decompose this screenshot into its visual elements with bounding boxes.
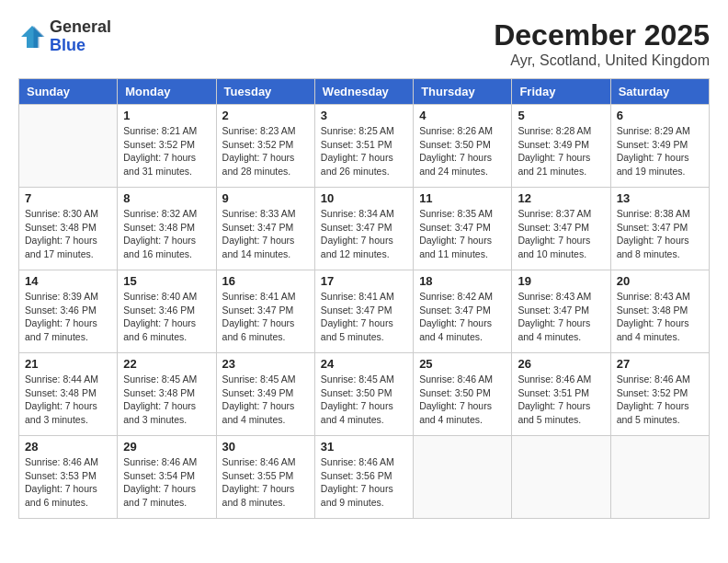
day-info: Sunrise: 8:35 AMSunset: 3:47 PMDaylight:…	[419, 207, 506, 261]
calendar-cell: 7Sunrise: 8:30 AMSunset: 3:48 PMDaylight…	[19, 188, 118, 270]
day-number: 14	[25, 274, 111, 288]
calendar-header-row: SundayMondayTuesdayWednesdayThursdayFrid…	[19, 79, 710, 105]
calendar-week-row: 1Sunrise: 8:21 AMSunset: 3:52 PMDaylight…	[19, 105, 710, 188]
calendar-cell: 25Sunrise: 8:46 AMSunset: 3:50 PMDayligh…	[414, 353, 512, 436]
calendar-header-saturday: Saturday	[610, 79, 709, 105]
day-number: 9	[222, 191, 309, 205]
day-number: 17	[321, 274, 407, 288]
calendar-cell	[414, 436, 512, 519]
day-info: Sunrise: 8:32 AMSunset: 3:48 PMDaylight:…	[123, 207, 210, 261]
day-info: Sunrise: 8:25 AMSunset: 3:51 PMDaylight:…	[321, 124, 407, 178]
calendar-cell	[512, 436, 610, 519]
calendar-cell: 15Sunrise: 8:40 AMSunset: 3:46 PMDayligh…	[118, 270, 216, 353]
calendar-cell: 21Sunrise: 8:44 AMSunset: 3:48 PMDayligh…	[19, 353, 118, 436]
day-info: Sunrise: 8:46 AMSunset: 3:50 PMDaylight:…	[419, 373, 506, 427]
day-number: 15	[123, 274, 210, 288]
day-number: 3	[321, 109, 407, 122]
day-number: 10	[321, 191, 407, 205]
calendar-cell: 10Sunrise: 8:34 AMSunset: 3:47 PMDayligh…	[314, 188, 413, 270]
calendar-cell: 4Sunrise: 8:26 AMSunset: 3:50 PMDaylight…	[414, 105, 512, 188]
day-info: Sunrise: 8:23 AMSunset: 3:52 PMDaylight:…	[222, 124, 309, 178]
day-info: Sunrise: 8:28 AMSunset: 3:49 PMDaylight:…	[518, 124, 604, 178]
calendar-cell: 23Sunrise: 8:45 AMSunset: 3:49 PMDayligh…	[216, 353, 314, 436]
day-number: 11	[419, 191, 506, 205]
day-number: 12	[518, 191, 604, 205]
page-header: General Blue December 2025 Ayr, Scotland…	[18, 18, 710, 69]
logo: General Blue	[18, 18, 111, 55]
calendar-cell: 1Sunrise: 8:21 AMSunset: 3:52 PMDaylight…	[118, 105, 216, 188]
day-number: 4	[419, 109, 506, 122]
day-info: Sunrise: 8:40 AMSunset: 3:46 PMDaylight:…	[123, 290, 210, 344]
calendar-cell: 3Sunrise: 8:25 AMSunset: 3:51 PMDaylight…	[314, 105, 413, 188]
day-number: 6	[617, 109, 703, 122]
month-title: December 2025	[494, 18, 710, 52]
day-info: Sunrise: 8:46 AMSunset: 3:56 PMDaylight:…	[321, 455, 407, 510]
day-info: Sunrise: 8:46 AMSunset: 3:51 PMDaylight:…	[518, 373, 604, 427]
day-number: 20	[617, 274, 703, 288]
day-number: 2	[222, 109, 309, 122]
calendar-cell: 2Sunrise: 8:23 AMSunset: 3:52 PMDaylight…	[216, 105, 314, 188]
day-number: 24	[321, 357, 407, 371]
calendar-cell: 12Sunrise: 8:37 AMSunset: 3:47 PMDayligh…	[512, 188, 610, 270]
day-info: Sunrise: 8:43 AMSunset: 3:48 PMDaylight:…	[617, 290, 703, 344]
calendar-cell: 19Sunrise: 8:43 AMSunset: 3:47 PMDayligh…	[512, 270, 610, 353]
day-info: Sunrise: 8:46 AMSunset: 3:53 PMDaylight:…	[25, 455, 111, 510]
day-number: 16	[222, 274, 309, 288]
day-number: 19	[518, 274, 604, 288]
day-info: Sunrise: 8:37 AMSunset: 3:47 PMDaylight:…	[518, 207, 604, 261]
calendar-cell: 22Sunrise: 8:45 AMSunset: 3:48 PMDayligh…	[118, 353, 216, 436]
calendar-table: SundayMondayTuesdayWednesdayThursdayFrid…	[18, 78, 710, 519]
calendar-cell: 5Sunrise: 8:28 AMSunset: 3:49 PMDaylight…	[512, 105, 610, 188]
calendar-cell: 11Sunrise: 8:35 AMSunset: 3:47 PMDayligh…	[414, 188, 512, 270]
day-info: Sunrise: 8:41 AMSunset: 3:47 PMDaylight:…	[321, 290, 407, 344]
svg-marker-1	[34, 26, 45, 48]
day-number: 21	[25, 357, 111, 371]
calendar-cell	[610, 436, 709, 519]
calendar-week-row: 21Sunrise: 8:44 AMSunset: 3:48 PMDayligh…	[19, 353, 710, 436]
day-number: 8	[123, 191, 210, 205]
day-info: Sunrise: 8:39 AMSunset: 3:46 PMDaylight:…	[25, 290, 111, 344]
calendar-cell: 16Sunrise: 8:41 AMSunset: 3:47 PMDayligh…	[216, 270, 314, 353]
calendar-cell: 17Sunrise: 8:41 AMSunset: 3:47 PMDayligh…	[314, 270, 413, 353]
day-number: 27	[617, 357, 703, 371]
day-number: 26	[518, 357, 604, 371]
calendar-cell: 9Sunrise: 8:33 AMSunset: 3:47 PMDaylight…	[216, 188, 314, 270]
calendar-header-monday: Monday	[118, 79, 216, 105]
day-info: Sunrise: 8:34 AMSunset: 3:47 PMDaylight:…	[321, 207, 407, 261]
calendar-cell: 14Sunrise: 8:39 AMSunset: 3:46 PMDayligh…	[19, 270, 118, 353]
day-info: Sunrise: 8:45 AMSunset: 3:50 PMDaylight:…	[321, 373, 407, 427]
day-info: Sunrise: 8:41 AMSunset: 3:47 PMDaylight:…	[222, 290, 309, 344]
calendar-cell: 27Sunrise: 8:46 AMSunset: 3:52 PMDayligh…	[610, 353, 709, 436]
location-title: Ayr, Scotland, United Kingdom	[494, 52, 710, 69]
calendar-cell: 24Sunrise: 8:45 AMSunset: 3:50 PMDayligh…	[314, 353, 413, 436]
calendar-cell: 8Sunrise: 8:32 AMSunset: 3:48 PMDaylight…	[118, 188, 216, 270]
day-info: Sunrise: 8:44 AMSunset: 3:48 PMDaylight:…	[25, 373, 111, 427]
logo-text: General Blue	[50, 18, 111, 55]
calendar-cell: 20Sunrise: 8:43 AMSunset: 3:48 PMDayligh…	[610, 270, 709, 353]
calendar-header-wednesday: Wednesday	[314, 79, 413, 105]
calendar-cell: 6Sunrise: 8:29 AMSunset: 3:49 PMDaylight…	[610, 105, 709, 188]
calendar-week-row: 28Sunrise: 8:46 AMSunset: 3:53 PMDayligh…	[19, 436, 710, 519]
day-info: Sunrise: 8:45 AMSunset: 3:49 PMDaylight:…	[222, 373, 309, 427]
day-number: 13	[617, 191, 703, 205]
day-number: 30	[222, 440, 309, 454]
day-info: Sunrise: 8:38 AMSunset: 3:47 PMDaylight:…	[617, 207, 703, 261]
day-number: 18	[419, 274, 506, 288]
day-info: Sunrise: 8:33 AMSunset: 3:47 PMDaylight:…	[222, 207, 309, 261]
day-info: Sunrise: 8:42 AMSunset: 3:47 PMDaylight:…	[419, 290, 506, 344]
calendar-week-row: 14Sunrise: 8:39 AMSunset: 3:46 PMDayligh…	[19, 270, 710, 353]
day-info: Sunrise: 8:46 AMSunset: 3:54 PMDaylight:…	[123, 455, 210, 510]
calendar-cell: 18Sunrise: 8:42 AMSunset: 3:47 PMDayligh…	[414, 270, 512, 353]
day-number: 29	[123, 440, 210, 454]
calendar-cell: 29Sunrise: 8:46 AMSunset: 3:54 PMDayligh…	[118, 436, 216, 519]
day-info: Sunrise: 8:21 AMSunset: 3:52 PMDaylight:…	[123, 124, 210, 178]
day-info: Sunrise: 8:30 AMSunset: 3:48 PMDaylight:…	[25, 207, 111, 261]
calendar-header-friday: Friday	[512, 79, 610, 105]
day-number: 7	[25, 191, 111, 205]
calendar-header-tuesday: Tuesday	[216, 79, 314, 105]
calendar-header-sunday: Sunday	[19, 79, 118, 105]
title-block: December 2025 Ayr, Scotland, United King…	[494, 18, 710, 69]
day-number: 5	[518, 109, 604, 122]
day-info: Sunrise: 8:46 AMSunset: 3:55 PMDaylight:…	[222, 455, 309, 510]
logo-icon	[18, 23, 46, 51]
